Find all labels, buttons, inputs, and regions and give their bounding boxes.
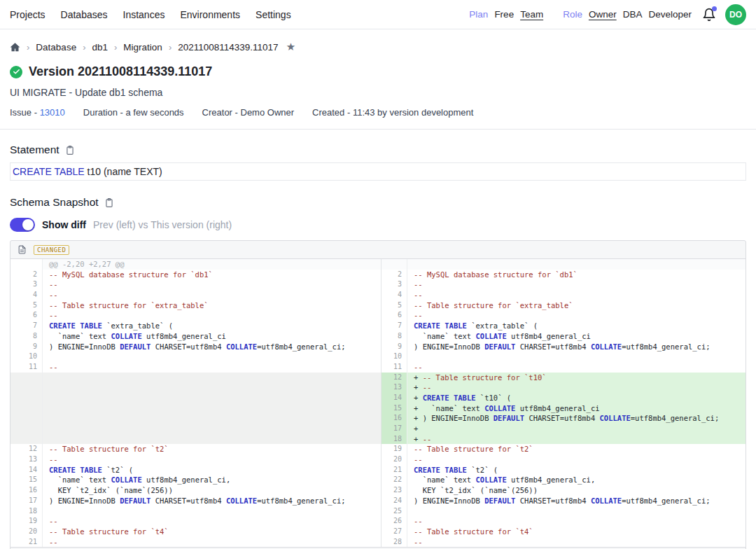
breadcrumb-item[interactable]: Database: [36, 42, 76, 53]
nav-item-settings[interactable]: Settings: [255, 9, 291, 20]
line-number: 11: [381, 362, 407, 373]
line-number: 9: [10, 342, 43, 352]
chevron-right-icon: ›: [169, 42, 172, 53]
line-number: 17: [381, 424, 407, 434]
code-line: -- Table structure for `extra_table`: [43, 300, 381, 311]
code-line: --: [407, 290, 746, 300]
line-number: 27: [381, 527, 407, 537]
favorite-star-icon[interactable]: ★: [286, 41, 295, 53]
diff-context-row: 3--3--: [10, 279, 746, 290]
diff-context-row: 7CREATE TABLE `extra_table` (7CREATE TAB…: [10, 321, 746, 331]
code-line: -- Table structure for `extra_table`: [407, 300, 746, 311]
code-line: --: [43, 310, 381, 321]
top-nav-bar: ProjectsDatabasesInstancesEnvironmentsSe…: [0, 0, 756, 29]
code-line: + --: [407, 382, 746, 393]
line-number: 18: [10, 506, 43, 517]
code-line: --: [407, 516, 746, 527]
code-line: [43, 382, 381, 393]
role-option-dba[interactable]: DBA: [623, 9, 643, 20]
chevron-right-icon: ›: [83, 42, 85, 53]
diff-context-row: 17) ENGINE=InnoDB DEFAULT CHARSET=utf8mb…: [10, 496, 746, 506]
nav-item-environments[interactable]: Environments: [180, 9, 240, 20]
code-line: -- Table structure for `t2`: [407, 444, 746, 454]
line-number: 16: [10, 485, 43, 496]
code-line: [407, 352, 746, 362]
code-line: CREATE TABLE `extra_table` (: [43, 321, 381, 331]
code-line: -- Table structure for `t4`: [43, 527, 381, 537]
code-line: --: [43, 537, 381, 548]
code-line: + --: [407, 434, 746, 445]
issue-link[interactable]: 13010: [40, 107, 65, 118]
line-number: 23: [381, 485, 407, 496]
code-line: -- Table structure for `t2`: [43, 444, 381, 454]
diff-context-row: 4--4--: [10, 290, 746, 300]
line-number: 4: [381, 290, 407, 300]
copy-statement-icon[interactable]: [65, 145, 75, 155]
line-number: 28: [381, 537, 407, 548]
breadcrumb: ›Database›db1›Migration›20211008114339.1…: [10, 29, 746, 60]
code-line: [43, 413, 381, 424]
nav-item-instances[interactable]: Instances: [123, 9, 165, 20]
success-check-icon: [10, 66, 22, 78]
diff-context-row: 12-- Table structure for `t2`19-- Table …: [10, 444, 746, 454]
chevron-right-icon: ›: [114, 42, 117, 53]
line-number: 18: [381, 434, 407, 445]
nav-item-projects[interactable]: Projects: [10, 9, 46, 20]
meta-items: Duration - a few secondsCreator - Demo O…: [83, 107, 474, 118]
diff-context-row: 5-- Table structure for `extra_table`5--…: [10, 300, 746, 311]
code-line: --: [407, 279, 746, 290]
diff-context-row: 6--6--: [10, 310, 746, 321]
line-number: 13: [10, 454, 43, 465]
sql-rest: t10 (name TEXT): [85, 166, 162, 177]
schema-diff-card: CHANGED @@ -2,20 +2,27 @@2-- MySQL datab…: [10, 240, 746, 549]
role-option-owner[interactable]: Owner: [589, 9, 617, 20]
code-line: `name` text COLLATE utf8mb4_general_ci: [407, 331, 746, 342]
line-number: [10, 434, 43, 445]
line-number: 8: [381, 331, 407, 342]
plan-option-free[interactable]: Free: [494, 9, 514, 20]
diff-added-row: 17+: [10, 424, 746, 434]
diff-header: CHANGED: [10, 241, 746, 258]
line-number: 6: [381, 310, 407, 321]
meta-item: Duration - a few seconds: [83, 107, 184, 118]
line-number: 10: [381, 352, 407, 362]
meta-item: Created - 11:43 by version development: [312, 107, 473, 118]
breadcrumb-item[interactable]: 20211008114339.11017: [178, 42, 278, 53]
role-option-developer[interactable]: Developer: [648, 9, 692, 20]
snapshot-section-title: Schema Snapshot: [10, 196, 99, 209]
notification-bell-button[interactable]: [702, 8, 716, 22]
copy-snapshot-icon[interactable]: [104, 197, 114, 208]
line-number: 5: [10, 300, 43, 311]
nav-right: Plan Free Team Role Owner DBA Developer …: [469, 4, 746, 25]
line-number: 20: [10, 527, 43, 537]
avatar[interactable]: DO: [725, 4, 746, 25]
statement-section-title: Statement: [10, 144, 59, 156]
line-number: 19: [10, 516, 43, 527]
line-number: [10, 413, 43, 424]
line-number: [10, 393, 43, 403]
statement-sql: CREATE TABLE t10 (name TEXT): [10, 162, 746, 181]
diff-context-row: 21--28--: [10, 537, 746, 548]
breadcrumb-item[interactable]: Migration: [123, 42, 162, 53]
code-line: `name` text COLLATE utf8mb4_general_ci,: [407, 475, 746, 485]
code-line: CREATE TABLE `t2` (: [407, 465, 746, 475]
breadcrumb-item[interactable]: db1: [92, 42, 108, 53]
chevron-right-icon: ›: [27, 42, 29, 53]
code-line: + -- Table structure for `t10`: [407, 373, 746, 383]
home-icon[interactable]: [10, 42, 20, 53]
code-line: KEY `t2_idx` (`name`(256)): [407, 485, 746, 496]
line-number: 11: [10, 362, 43, 373]
line-number: [10, 403, 43, 414]
show-diff-toggle[interactable]: [10, 218, 35, 232]
nav-item-databases[interactable]: Databases: [61, 9, 108, 20]
plan-option-team[interactable]: Team: [520, 9, 543, 20]
diff-context-row: 16 KEY `t2_idx` (`name`(256))23 KEY `t2_…: [10, 485, 746, 496]
diff-context-row: 9) ENGINE=InnoDB DEFAULT CHARSET=utf8mb4…: [10, 342, 746, 352]
code-line: [43, 393, 381, 403]
code-line: -- MySQL database structure for `db1`: [407, 270, 746, 280]
toggle-knob: [22, 219, 34, 230]
role-label: Role: [563, 9, 582, 20]
code-line: [43, 424, 381, 434]
line-number: 9: [381, 342, 407, 352]
breadcrumb-items: ›Database›db1›Migration›20211008114339.1…: [27, 42, 279, 53]
